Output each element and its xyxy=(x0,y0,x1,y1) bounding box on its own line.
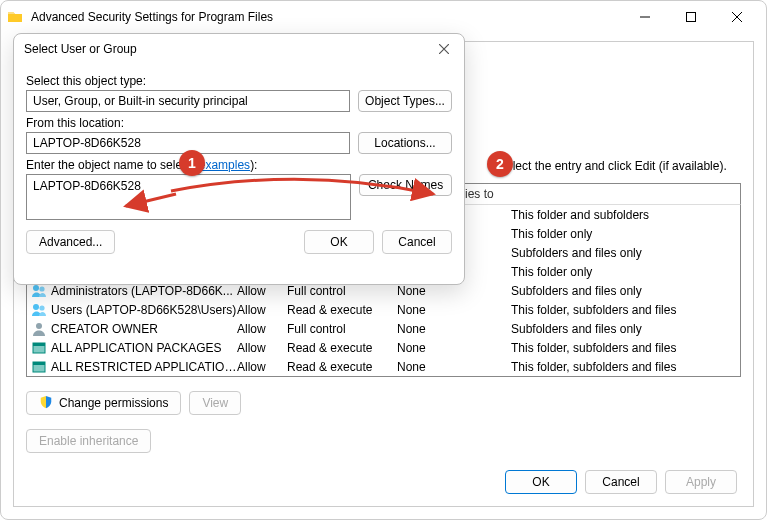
folder-icon xyxy=(7,9,23,25)
svg-point-4 xyxy=(39,286,44,291)
type-cell: Allow xyxy=(237,303,287,317)
window-title: Advanced Security Settings for Program F… xyxy=(31,10,622,24)
table-row[interactable]: CREATOR OWNERAllowFull controlNoneSubfol… xyxy=(27,319,740,338)
svg-rect-11 xyxy=(33,362,45,365)
select-user-dialog: Select User or Group Select this object … xyxy=(13,33,465,285)
svg-point-6 xyxy=(39,305,44,310)
svg-rect-0 xyxy=(687,13,696,22)
inherited-cell: None xyxy=(397,360,507,374)
titlebar: Advanced Security Settings for Program F… xyxy=(1,1,766,33)
applies-cell: Subfolders and files only xyxy=(507,246,740,260)
applies-cell: This folder only xyxy=(507,265,740,279)
applies-cell: This folder, subfolders and files xyxy=(507,341,740,355)
ok-button[interactable]: OK xyxy=(505,470,577,494)
applies-cell: This folder and subfolders xyxy=(507,208,740,222)
location-label: From this location: xyxy=(26,116,452,130)
close-button[interactable] xyxy=(714,2,760,32)
shield-icon xyxy=(39,395,53,412)
dialog-cancel-button[interactable]: Cancel xyxy=(382,230,452,254)
examples-link[interactable]: examples xyxy=(199,158,250,172)
principal-cell: ALL RESTRICTED APPLICATION ... xyxy=(51,360,237,374)
applies-cell: This folder, subfolders and files xyxy=(507,303,740,317)
principal-icon xyxy=(31,302,47,318)
object-name-input[interactable] xyxy=(26,174,351,220)
dialog-title: Select User or Group xyxy=(24,42,137,56)
annotation-badge-1: 1 xyxy=(179,150,205,176)
access-cell: Read & execute xyxy=(287,341,397,355)
object-name-label: Enter the object name to select (example… xyxy=(26,158,452,172)
applies-cell: This folder only xyxy=(507,227,740,241)
svg-point-3 xyxy=(33,285,39,291)
svg-point-5 xyxy=(33,304,39,310)
access-cell: Full control xyxy=(287,284,397,298)
annotation-badge-2: 2 xyxy=(487,151,513,177)
advanced-security-window: Advanced Security Settings for Program F… xyxy=(0,0,767,520)
svg-rect-9 xyxy=(33,343,45,346)
principal-cell: Administrators (LAPTOP-8D66K... xyxy=(51,284,233,298)
principal-cell: Users (LAPTOP-8D66K528\Users) xyxy=(51,303,236,317)
principal-icon xyxy=(31,359,47,375)
type-cell: Allow xyxy=(237,341,287,355)
advanced-button[interactable]: Advanced... xyxy=(26,230,115,254)
applies-cell: This folder, subfolders and files xyxy=(507,360,740,374)
applies-cell: Subfolders and files only xyxy=(507,284,740,298)
table-row[interactable]: ALL APPLICATION PACKAGESAllowRead & exec… xyxy=(27,338,740,357)
dialog-ok-button[interactable]: OK xyxy=(304,230,374,254)
locations-button[interactable]: Locations... xyxy=(358,132,452,154)
maximize-button[interactable] xyxy=(668,2,714,32)
object-type-label: Select this object type: xyxy=(26,74,452,88)
apply-button: Apply xyxy=(665,470,737,494)
table-row[interactable]: ALL RESTRICTED APPLICATION ...AllowRead … xyxy=(27,357,740,376)
access-cell: Read & execute xyxy=(287,303,397,317)
enable-inheritance-button: Enable inheritance xyxy=(26,429,151,453)
access-cell: Full control xyxy=(287,322,397,336)
table-row[interactable]: Users (LAPTOP-8D66K528\Users)AllowRead &… xyxy=(27,300,740,319)
object-types-button[interactable]: Object Types... xyxy=(358,90,452,112)
minimize-button[interactable] xyxy=(622,2,668,32)
cancel-button[interactable]: Cancel xyxy=(585,470,657,494)
svg-point-7 xyxy=(36,323,42,329)
col-header-applies[interactable]: Applies to xyxy=(437,187,740,201)
dialog-close-button[interactable] xyxy=(434,39,454,59)
access-cell: Read & execute xyxy=(287,360,397,374)
object-type-field xyxy=(26,90,350,112)
inherited-cell: None xyxy=(397,284,507,298)
principal-icon xyxy=(31,340,47,356)
check-names-button[interactable]: Check Names xyxy=(359,174,452,196)
change-permissions-button[interactable]: Change permissions xyxy=(26,391,181,415)
principal-cell: CREATOR OWNER xyxy=(51,322,158,336)
inherited-cell: None xyxy=(397,341,507,355)
inherited-cell: None xyxy=(397,303,507,317)
inherited-cell: None xyxy=(397,322,507,336)
type-cell: Allow xyxy=(237,360,287,374)
principal-cell: ALL APPLICATION PACKAGES xyxy=(51,341,222,355)
applies-cell: Subfolders and files only xyxy=(507,322,740,336)
principal-icon xyxy=(31,321,47,337)
type-cell: Allow xyxy=(237,322,287,336)
type-cell: Allow xyxy=(237,284,287,298)
view-button: View xyxy=(189,391,241,415)
